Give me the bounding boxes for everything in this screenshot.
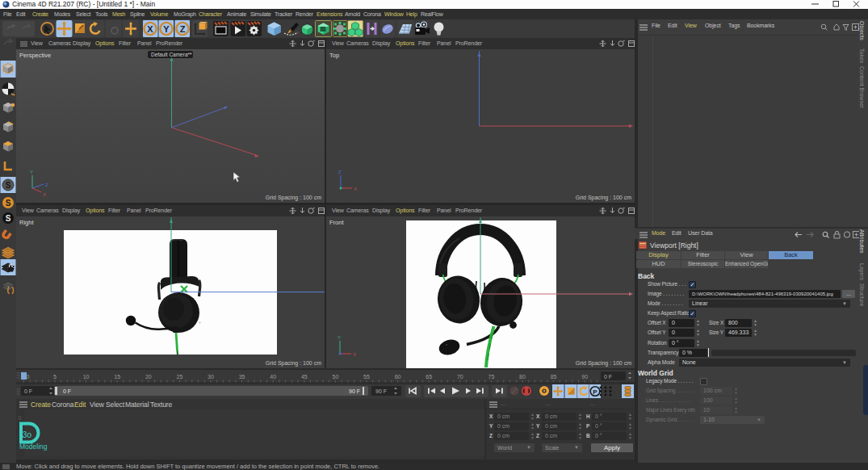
svg-text:S: S bbox=[6, 214, 11, 223]
svg-text:0 F: 0 F bbox=[24, 388, 32, 394]
svg-text:50: 50 bbox=[333, 374, 339, 380]
svg-text:X: X bbox=[147, 24, 153, 34]
svg-text:15: 15 bbox=[114, 374, 120, 380]
svg-text:X: X bbox=[43, 192, 46, 197]
svg-text:S: S bbox=[6, 199, 11, 208]
svg-text:80: 80 bbox=[519, 374, 526, 380]
svg-text:0 F: 0 F bbox=[604, 374, 612, 380]
svg-text:S: S bbox=[6, 181, 11, 190]
svg-text:Z: Z bbox=[45, 183, 48, 187]
svg-text:Z: Z bbox=[338, 170, 342, 174]
svg-text:0: 0 bbox=[27, 374, 30, 380]
svg-text:55: 55 bbox=[363, 374, 370, 380]
svg-text:65: 65 bbox=[426, 374, 432, 380]
svg-text:20: 20 bbox=[145, 374, 152, 380]
svg-text:30: 30 bbox=[208, 374, 214, 380]
svg-text:Y: Y bbox=[30, 170, 33, 174]
svg-text:0 F: 0 F bbox=[63, 388, 71, 394]
svg-text:60: 60 bbox=[395, 374, 401, 380]
svg-text:40: 40 bbox=[270, 374, 276, 380]
svg-text:45: 45 bbox=[301, 374, 308, 380]
svg-text:X: X bbox=[354, 187, 357, 191]
svg-text:85: 85 bbox=[551, 374, 557, 380]
svg-text:5: 5 bbox=[53, 374, 57, 380]
svg-text:90 F: 90 F bbox=[349, 388, 360, 394]
svg-text:35: 35 bbox=[239, 374, 245, 380]
svg-text:X: X bbox=[353, 352, 356, 357]
svg-text:90 F: 90 F bbox=[375, 388, 387, 394]
svg-text:Z: Z bbox=[180, 24, 186, 34]
svg-text:75: 75 bbox=[489, 374, 495, 380]
svg-text:Y: Y bbox=[163, 24, 170, 34]
svg-text:Y: Y bbox=[338, 335, 341, 340]
svg-text:25: 25 bbox=[177, 374, 183, 380]
svg-text:70: 70 bbox=[457, 374, 463, 380]
svg-text:Modeling: Modeling bbox=[19, 443, 48, 451]
svg-text:3o: 3o bbox=[23, 430, 32, 439]
svg-text:90: 90 bbox=[581, 374, 588, 380]
svg-text:(): () bbox=[6, 287, 15, 295]
svg-text:10: 10 bbox=[83, 374, 90, 380]
svg-text:P: P bbox=[593, 388, 598, 396]
